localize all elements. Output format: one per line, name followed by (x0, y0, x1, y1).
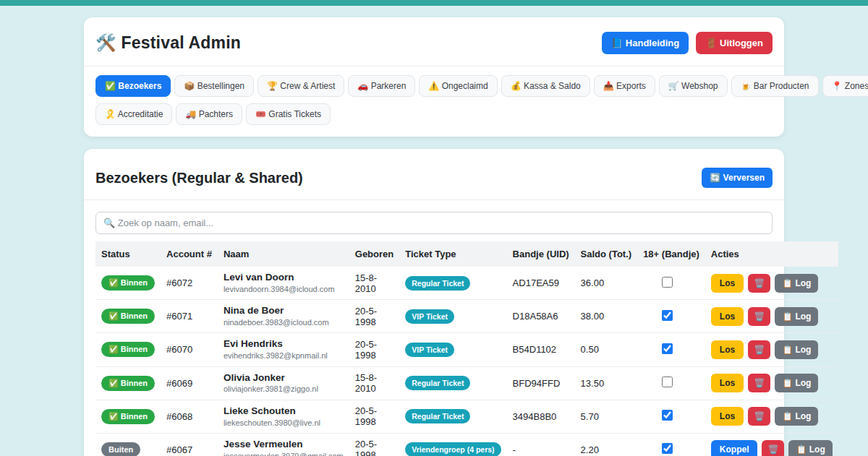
column-header-born: Geboren (349, 241, 399, 267)
row-actions: Los🗑️📋 Log (711, 274, 833, 293)
adult-wristband-checkbox[interactable] (662, 277, 673, 288)
birth-date: 20-5-1998 (349, 433, 399, 456)
tab-accreditatie[interactable]: 🎗️ Accreditatie (95, 103, 172, 125)
app-title: 🛠️ Festival Admin (95, 33, 241, 53)
los-button[interactable]: Los (711, 340, 744, 359)
refresh-button[interactable]: 🔄 Verversen (702, 168, 773, 188)
log-button[interactable]: 📋 Log (775, 340, 818, 359)
logout-button[interactable]: 🚪 Uitloggen (696, 32, 773, 54)
trash-icon: 🗑️ (767, 444, 778, 455)
tab-zones-ingangen[interactable]: 📍 Zones & Ingangen (822, 75, 868, 97)
visitor-email: jessevermeulen.3979@gmail.com (224, 451, 344, 456)
balance-total: 13.50 (575, 366, 638, 400)
tab-exports[interactable]: 📥 Exports (594, 75, 655, 97)
ticket-type-badge: Vriendengroep (4 pers) (405, 442, 501, 456)
koppel-button[interactable]: Koppel (711, 440, 758, 456)
column-header-account: Account # (161, 241, 218, 267)
los-button[interactable]: Los (711, 307, 744, 326)
tab-parkeren[interactable]: 🚗 Parkeren (348, 75, 415, 97)
row-actions: Los🗑️📋 Log (711, 340, 833, 359)
tab-gratis-tickets[interactable]: 🎟️ Gratis Tickets (246, 103, 331, 125)
manual-button[interactable]: 📘 Handleiding (602, 32, 689, 54)
birth-date: 20-5-1998 (349, 300, 399, 333)
tab-bezoekers[interactable]: ✅ Bezoekers (95, 75, 171, 97)
table-row: ✅ Binnen#6068Lieke Schoutenliekeschouten… (95, 400, 838, 433)
visitor-name: Olivia Jonker (224, 372, 344, 384)
status-badge: ✅ Binnen (101, 342, 155, 357)
delete-button[interactable]: 🗑️ (748, 274, 770, 293)
delete-button[interactable]: 🗑️ (748, 340, 770, 359)
log-button[interactable]: 📋 Log (775, 307, 818, 326)
account-number: #6071 (161, 300, 218, 333)
log-button[interactable]: 📋 Log (788, 440, 832, 456)
table-row: ✅ Binnen#6069Olivia Jonkeroliviajonker.3… (95, 366, 838, 400)
account-number: #6070 (161, 333, 218, 366)
tab-bestellingen[interactable]: 📦 Bestellingen (174, 75, 254, 97)
wristband-uid: B54D1102 (507, 333, 575, 366)
adult-wristband-checkbox[interactable] (662, 443, 673, 454)
table-header: StatusAccount #NaamGeborenTicket TypeBan… (95, 241, 838, 267)
birth-date: 15-8-2010 (349, 267, 399, 300)
visitors-table: StatusAccount #NaamGeborenTicket TypeBan… (95, 241, 838, 456)
log-button[interactable]: 📋 Log (775, 407, 818, 426)
status-badge: Buiten (101, 442, 140, 456)
status-badge: ✅ Binnen (101, 309, 155, 324)
birth-date: 15-8-2010 (349, 366, 399, 400)
balance-total: 5.70 (575, 400, 638, 433)
trash-icon: 🗑️ (754, 278, 765, 288)
delete-button[interactable]: 🗑️ (762, 440, 784, 456)
visitor-name: Lieke Schouten (224, 405, 344, 418)
header-buttons: 📘 Handleiding 🚪 Uitloggen (602, 32, 773, 54)
visitor-email: oliviajonker.3981@ziggo.nl (224, 384, 344, 394)
tab-pachters[interactable]: 🚚 Pachters (176, 103, 242, 125)
header-row: 🛠️ Festival Admin 📘 Handleiding 🚪 Uitlog… (84, 17, 784, 66)
ticket-type-badge: VIP Ticket (405, 309, 454, 324)
row-actions: Los🗑️📋 Log (711, 307, 833, 326)
column-header-status: Status (95, 241, 161, 267)
tab-crew-artiest[interactable]: 🏆 Crew & Artiest (258, 75, 344, 97)
balance-total: 38.00 (575, 300, 638, 333)
account-number: #6068 (161, 400, 218, 433)
adult-wristband-checkbox[interactable] (662, 343, 673, 354)
search-input[interactable] (95, 212, 773, 234)
wristband-uid: - (507, 433, 575, 456)
tab-bar-producten[interactable]: 🍺 Bar Producten (731, 75, 819, 97)
los-button[interactable]: Los (711, 374, 744, 392)
visitor-email: levivandoorn.3984@icloud.com (224, 284, 344, 294)
delete-button[interactable]: 🗑️ (748, 374, 770, 392)
tab-ongeclaimd[interactable]: ⚠️ Ongeclaimd (419, 75, 497, 97)
table-row: ✅ Binnen#6071Nina de Boerninadeboer.3983… (95, 300, 838, 333)
trash-icon: 🗑️ (754, 345, 765, 355)
adult-wristband-checkbox[interactable] (662, 377, 673, 387)
tab-bar: ✅ Bezoekers📦 Bestellingen🏆 Crew & Arties… (84, 66, 784, 137)
tab-webshop[interactable]: 🛒 Webshop (659, 75, 728, 97)
trash-icon: 🗑️ (754, 411, 765, 421)
log-button[interactable]: 📋 Log (775, 274, 818, 293)
log-button[interactable]: 📋 Log (775, 374, 818, 392)
los-button[interactable]: Los (711, 274, 744, 293)
balance-total: 0.50 (575, 333, 638, 366)
visitor-email: ninadeboer.3983@icloud.com (224, 317, 344, 327)
page-title: Bezoekers (Regular & Shared) (95, 170, 303, 186)
wristband-uid: AD17EA59 (507, 267, 575, 300)
delete-button[interactable]: 🗑️ (748, 307, 770, 326)
page: 🛠️ Festival Admin 📘 Handleiding 🚪 Uitlog… (84, 6, 784, 456)
account-number: #6072 (161, 267, 218, 300)
delete-button[interactable]: 🗑️ (748, 407, 770, 426)
visitor-name: Nina de Boer (224, 305, 344, 317)
table-row: ✅ Binnen#6070Evi Hendriksevihendriks.398… (95, 333, 838, 366)
column-header-saldo: Saldo (Tot.) (575, 241, 638, 267)
tab-kassa-saldo[interactable]: 💰 Kassa & Saldo (501, 75, 590, 97)
los-button[interactable]: Los (711, 407, 744, 426)
row-actions: Los🗑️📋 Log (711, 374, 833, 392)
top-accent-strip (0, 0, 868, 6)
column-header-ticket: Ticket Type (399, 241, 506, 267)
ticket-type-badge: Regular Ticket (405, 376, 470, 390)
visitor-email: liekeschouten.3980@live.nl (224, 418, 344, 428)
adult-wristband-checkbox[interactable] (662, 410, 673, 421)
adult-wristband-checkbox[interactable] (662, 310, 673, 321)
account-number: #6067 (161, 433, 218, 456)
balance-total: 36.00 (575, 267, 638, 300)
birth-date: 20-5-1998 (349, 400, 399, 433)
ticket-type-badge: VIP Ticket (405, 343, 454, 357)
